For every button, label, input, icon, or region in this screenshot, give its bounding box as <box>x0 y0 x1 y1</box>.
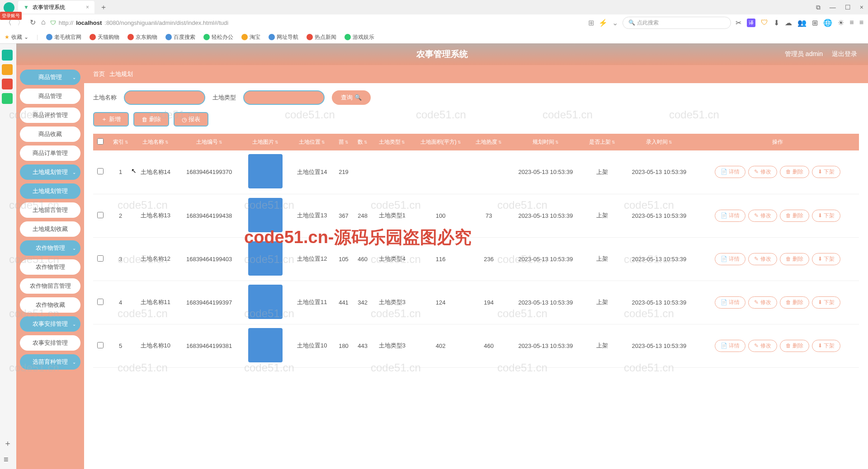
qr-icon[interactable]: ⊞ <box>588 19 594 27</box>
close-icon[interactable]: × <box>86 4 89 10</box>
column-header[interactable]: 土地类型⇅ <box>372 134 412 150</box>
sidebar-item[interactable]: 商品订单管理 <box>20 145 80 161</box>
sidebar-item[interactable]: 农作物管理 <box>20 259 80 275</box>
delete-button[interactable]: 🗑 删除 <box>780 340 809 352</box>
edit-button[interactable]: ✎ 修改 <box>748 296 777 309</box>
off-button[interactable]: ⬇ 下架 <box>812 296 840 309</box>
select-all-checkbox[interactable] <box>97 138 104 145</box>
edit-button[interactable]: ✎ 修改 <box>748 253 777 265</box>
new-tab-button[interactable]: ＋ <box>100 3 107 12</box>
dock-weibo-icon[interactable] <box>2 79 13 89</box>
add-button[interactable]: ＋ 新增 <box>93 112 129 127</box>
edit-button[interactable]: ✎ 修改 <box>748 340 777 352</box>
shield2-icon[interactable]: 🛡 <box>761 19 768 27</box>
detail-button[interactable]: 📄 详情 <box>715 340 745 352</box>
delete-button[interactable]: 🗑 删除 <box>780 253 809 265</box>
apps-icon[interactable]: ⊞ <box>812 19 818 27</box>
dock-icon[interactable] <box>2 50 13 61</box>
row-checkbox[interactable] <box>97 342 104 348</box>
sidebar-item[interactable]: 农作物收藏 <box>20 297 80 313</box>
list-icon[interactable]: ≡ <box>4 455 12 464</box>
column-header[interactable]: 土地位置⇅ <box>290 134 334 150</box>
off-button[interactable]: ⬇ 下架 <box>812 253 840 265</box>
off-button[interactable]: ⬇ 下架 <box>812 166 840 178</box>
sidebar-item[interactable]: 土地留言管理 <box>20 202 80 218</box>
detail-button[interactable]: 📄 详情 <box>715 166 745 178</box>
scissors-icon[interactable]: ✂ <box>736 19 741 27</box>
row-checkbox[interactable] <box>97 299 104 305</box>
delete-button[interactable]: 🗑 删除 <box>780 296 809 309</box>
sidebar-item[interactable]: 农作物管理⌄ <box>20 240 80 256</box>
sun-icon[interactable]: ☀ <box>838 19 844 27</box>
bookmark-item[interactable]: 老毛桃官网 <box>46 33 81 41</box>
bookmark-item[interactable]: 淘宝 <box>241 33 260 41</box>
favorites-button[interactable]: ★收藏 ⌄ <box>5 33 28 41</box>
bookmark-item[interactable]: 轻松办公 <box>203 33 233 41</box>
row-checkbox[interactable] <box>97 168 104 174</box>
cloud-icon[interactable]: ☁ <box>785 19 792 27</box>
sidebar-item[interactable]: 农作物留言管理 <box>20 278 80 294</box>
sidebar-item[interactable]: 商品管理⌄ <box>20 70 80 85</box>
off-button[interactable]: ⬇ 下架 <box>812 340 840 352</box>
delete-button[interactable]: 🗑 删除 <box>780 166 809 178</box>
sidebar-item[interactable]: 土地规划管理⌄ <box>20 164 80 180</box>
column-header[interactable]: 录入时间⇅ <box>622 134 696 150</box>
bookmark-item[interactable]: 天猫购物 <box>90 33 119 41</box>
minimize-icon[interactable]: — <box>830 4 836 11</box>
menu-icon[interactable]: ≡ <box>859 19 863 27</box>
column-header[interactable]: 土地热度⇅ <box>469 134 509 150</box>
breadcrumb-home[interactable]: 首页 <box>93 70 105 78</box>
column-header[interactable] <box>93 134 108 150</box>
detail-button[interactable]: 📄 详情 <box>715 210 745 222</box>
bars-icon[interactable]: ≡ <box>849 19 854 27</box>
logout-button[interactable]: 退出登录 <box>832 50 857 58</box>
column-header[interactable]: 土地编号⇅ <box>177 134 241 150</box>
sidebar-item[interactable]: 农事安排管理⌄ <box>20 316 80 332</box>
sidebar-item[interactable]: 农事安排管理 <box>20 335 80 351</box>
chevron-down-icon[interactable]: ⌄ <box>612 19 618 27</box>
delete-button[interactable]: 🗑 删除 <box>780 210 809 222</box>
filter-name-input[interactable] <box>124 90 205 105</box>
home-button[interactable]: ⌂ <box>41 18 46 28</box>
browser-tab[interactable]: ▼ 农事管理系统 × <box>18 1 94 14</box>
lightning-icon[interactable]: ⚡ <box>599 19 608 27</box>
search-input[interactable]: 🔍 点此搜索 <box>623 17 731 29</box>
sidebar-item[interactable]: 商品管理 <box>20 89 80 104</box>
edit-button[interactable]: ✎ 修改 <box>748 210 777 222</box>
globe-icon[interactable]: 🌐 <box>823 19 832 27</box>
login-badge[interactable]: 登录账号 <box>0 12 22 20</box>
tabs-icon[interactable]: ⧉ <box>816 4 821 11</box>
detail-button[interactable]: 📄 详情 <box>715 296 745 309</box>
off-button[interactable]: ⬇ 下架 <box>812 210 840 222</box>
admin-label[interactable]: 管理员 admin <box>785 50 823 58</box>
bookmark-item[interactable]: 网址导航 <box>269 33 298 41</box>
delete-button[interactable]: 🗑 删除 <box>133 112 169 127</box>
column-header[interactable]: 是否上架⇅ <box>583 134 622 150</box>
column-header[interactable]: 规划时间⇅ <box>509 134 583 150</box>
bookmark-item[interactable]: 热点新闻 <box>307 33 336 41</box>
bookmark-item[interactable]: 游戏娱乐 <box>344 33 374 41</box>
translate-icon[interactable]: 译 <box>747 19 755 27</box>
dock-icon[interactable] <box>2 64 13 75</box>
column-header[interactable]: 操作 <box>696 134 859 150</box>
bookmark-item[interactable]: 百度搜索 <box>165 33 195 41</box>
edit-button[interactable]: ✎ 修改 <box>748 166 777 178</box>
plus-icon[interactable]: ＋ <box>4 438 12 449</box>
refresh-button[interactable]: ↻ <box>30 18 36 28</box>
filter-type-select[interactable] <box>243 90 325 105</box>
query-button[interactable]: 查询 🔍 <box>332 90 371 105</box>
row-checkbox[interactable] <box>97 212 104 218</box>
column-header[interactable]: 苗⇅ <box>334 134 353 150</box>
sidebar-item[interactable]: 土地规划收藏 <box>20 221 80 237</box>
column-header[interactable]: 数⇅ <box>353 134 372 150</box>
close-window-icon[interactable]: × <box>860 4 863 11</box>
sidebar-item[interactable]: 商品收藏 <box>20 127 80 142</box>
url-input[interactable]: 🛡 http://localhost:8080/nongshiguanli/ad… <box>50 19 584 26</box>
column-header[interactable]: 土地面积(平方)⇅ <box>412 134 469 150</box>
column-header[interactable]: 土地图片⇅ <box>241 134 290 150</box>
column-header[interactable]: 索引⇅ <box>108 134 133 150</box>
maximize-icon[interactable]: ☐ <box>845 4 851 11</box>
people-icon[interactable]: 👥 <box>797 19 807 27</box>
bookmark-item[interactable]: 京东购物 <box>127 33 157 41</box>
report-button[interactable]: ◷ 报表 <box>174 112 208 127</box>
